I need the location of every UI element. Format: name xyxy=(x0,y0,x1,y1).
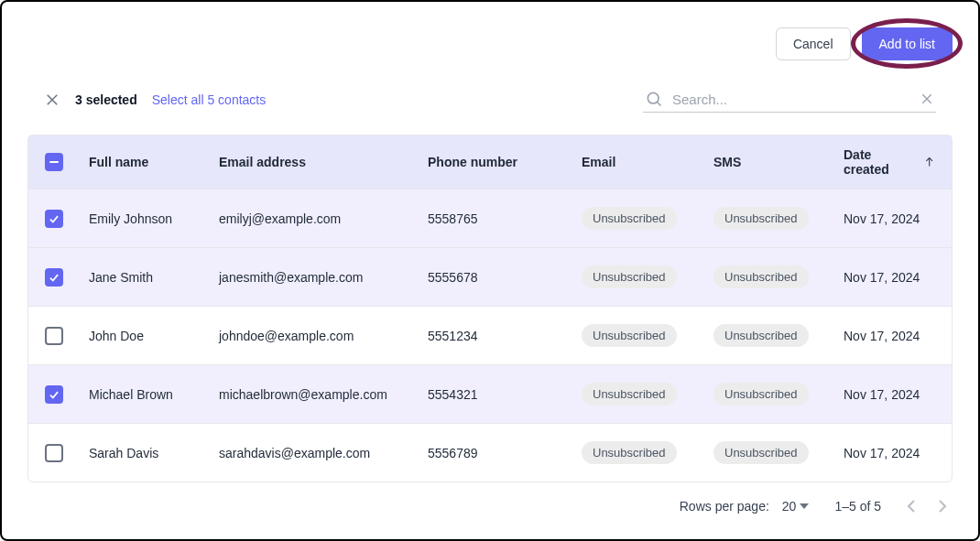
rows-per-page: Rows per page: 20 xyxy=(680,499,810,514)
status-badge: Unsubscribed xyxy=(582,383,677,406)
next-page-button[interactable] xyxy=(938,500,947,513)
cell-sms-status: Unsubscribed xyxy=(713,265,844,288)
cell-date: Nov 17, 2024 xyxy=(844,387,935,402)
status-badge: Unsubscribed xyxy=(582,207,677,230)
col-header-name[interactable]: Full name xyxy=(89,155,219,169)
pager-arrows xyxy=(907,500,947,513)
pagination: Rows per page: 20 1–5 of 5 xyxy=(27,482,953,517)
table-row[interactable]: Emily Johnsonemilyj@example.com5558765Un… xyxy=(28,189,952,247)
search-field[interactable] xyxy=(643,86,936,113)
table-row[interactable]: Sarah Davissarahdavis@example.com5556789… xyxy=(28,423,952,481)
dialog: Cancel Add to list 3 selected Select all… xyxy=(0,0,980,541)
search-icon xyxy=(645,90,663,108)
chevron-down-icon xyxy=(800,503,809,509)
row-checkbox[interactable] xyxy=(45,210,63,228)
sort-asc-icon xyxy=(923,156,935,168)
cell-sms-status: Unsubscribed xyxy=(713,383,844,406)
cell-email: michaelbrown@example.com xyxy=(219,387,428,402)
status-badge: Unsubscribed xyxy=(713,324,809,347)
cell-phone: 5551234 xyxy=(428,329,582,343)
cell-phone: 5558765 xyxy=(428,211,582,226)
table-row[interactable]: Jane Smithjanesmith@example.com5555678Un… xyxy=(28,247,952,306)
cancel-button[interactable]: Cancel xyxy=(776,27,851,60)
add-to-list-button[interactable]: Add to list xyxy=(862,27,953,60)
cell-phone: 5555678 xyxy=(428,270,582,285)
page-size-select[interactable]: 20 xyxy=(782,499,810,514)
rows-per-page-label: Rows per page: xyxy=(680,499,769,514)
select-all-checkbox[interactable] xyxy=(45,153,63,171)
col-header-email-status[interactable]: Email xyxy=(582,155,713,169)
svg-point-2 xyxy=(648,92,659,103)
col-header-phone[interactable]: Phone number xyxy=(428,155,582,169)
row-checkbox[interactable] xyxy=(45,327,63,345)
cell-name: John Doe xyxy=(89,329,219,343)
prev-page-button[interactable] xyxy=(907,500,916,513)
status-badge: Unsubscribed xyxy=(713,207,809,230)
cell-date: Nov 17, 2024 xyxy=(844,211,935,226)
cell-name: Michael Brown xyxy=(89,387,219,402)
col-header-date-label: Date created xyxy=(844,147,918,177)
cell-name: Emily Johnson xyxy=(89,211,219,226)
status-badge: Unsubscribed xyxy=(582,265,677,288)
cell-email-status: Unsubscribed xyxy=(582,265,713,288)
page-size-value: 20 xyxy=(782,499,797,514)
cell-email-status: Unsubscribed xyxy=(582,207,713,230)
col-header-email[interactable]: Email address xyxy=(219,155,428,169)
selected-count: 3 selected xyxy=(75,92,137,107)
cell-sms-status: Unsubscribed xyxy=(713,324,844,347)
col-header-date[interactable]: Date created xyxy=(844,147,935,177)
table-row[interactable]: Michael Brownmichaelbrown@example.com555… xyxy=(28,364,952,423)
status-badge: Unsubscribed xyxy=(713,265,809,288)
page-range: 1–5 of 5 xyxy=(834,499,881,514)
cell-date: Nov 17, 2024 xyxy=(844,329,935,343)
status-badge: Unsubscribed xyxy=(713,383,809,406)
cell-email: sarahdavis@example.com xyxy=(219,446,428,460)
row-checkbox[interactable] xyxy=(45,385,63,404)
table-body: Emily Johnsonemilyj@example.com5558765Un… xyxy=(28,189,952,481)
contacts-table: Full name Email address Phone number Ema… xyxy=(27,135,953,482)
cell-phone: 5556789 xyxy=(428,446,582,460)
select-all-link[interactable]: Select all 5 contacts xyxy=(152,92,267,107)
top-actions: Cancel Add to list xyxy=(27,27,953,60)
cell-date: Nov 17, 2024 xyxy=(844,270,935,285)
cell-sms-status: Unsubscribed xyxy=(713,207,844,230)
status-badge: Unsubscribed xyxy=(582,324,677,347)
status-badge: Unsubscribed xyxy=(713,441,809,464)
cell-date: Nov 17, 2024 xyxy=(844,446,935,460)
search-input[interactable] xyxy=(672,92,910,107)
cell-email-status: Unsubscribed xyxy=(582,441,713,464)
svg-line-3 xyxy=(658,103,661,106)
cell-email: johndoe@example.com xyxy=(219,329,428,343)
status-badge: Unsubscribed xyxy=(582,441,677,464)
selection-bar: 3 selected Select all 5 contacts xyxy=(27,79,953,120)
cell-name: Sarah Davis xyxy=(89,446,219,460)
close-icon[interactable] xyxy=(44,92,60,108)
table-row[interactable]: John Doejohndoe@example.com5551234Unsubs… xyxy=(28,306,952,364)
row-checkbox[interactable] xyxy=(45,444,63,462)
col-header-sms[interactable]: SMS xyxy=(713,155,844,169)
table-header: Full name Email address Phone number Ema… xyxy=(28,135,952,189)
cell-email-status: Unsubscribed xyxy=(582,383,713,406)
cell-name: Jane Smith xyxy=(89,270,219,285)
cell-phone: 5554321 xyxy=(428,387,582,402)
row-checkbox[interactable] xyxy=(45,268,63,287)
cell-email: emilyj@example.com xyxy=(219,211,428,226)
cell-email: janesmith@example.com xyxy=(219,270,428,285)
cell-email-status: Unsubscribed xyxy=(582,324,713,347)
cell-sms-status: Unsubscribed xyxy=(713,441,844,464)
svg-marker-7 xyxy=(800,503,809,509)
clear-search-icon[interactable] xyxy=(920,92,934,106)
